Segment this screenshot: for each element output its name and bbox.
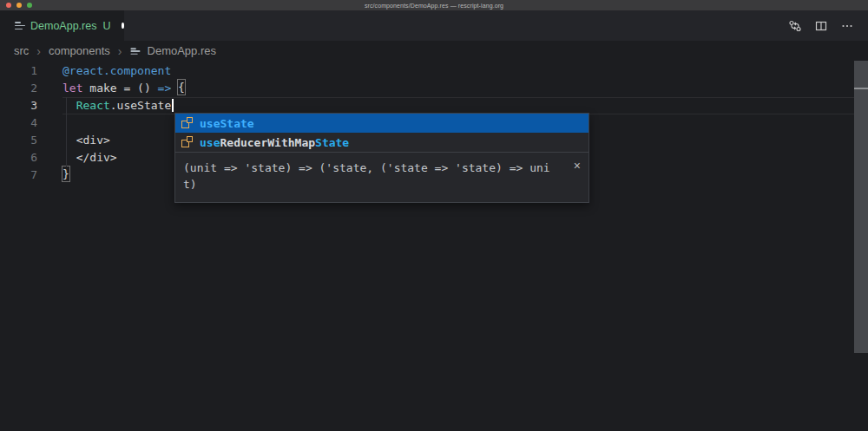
- more-actions-button[interactable]: [840, 19, 854, 33]
- code-token: let: [62, 82, 82, 95]
- breadcrumb: src › components › DemoApp.res: [0, 41, 868, 61]
- code-token: }: [62, 167, 69, 181]
- suggestion-item[interactable]: useReducerWithMapState: [175, 133, 589, 152]
- editor-scrollbar[interactable]: [854, 61, 868, 353]
- close-doc-button[interactable]: ×: [574, 158, 581, 174]
- split-editor-icon: [814, 19, 828, 33]
- tab-demoapp[interactable]: DemoApp.res U: [0, 10, 124, 41]
- suggestion-list[interactable]: useStateuseReducerWithMapState: [175, 114, 589, 152]
- code-token: </div>: [62, 151, 117, 164]
- editor-actions: [788, 10, 868, 41]
- code-line[interactable]: let make = () => {: [62, 80, 868, 97]
- git-status-badge: U: [102, 20, 110, 32]
- line-number: 5: [0, 132, 38, 149]
- struct-icon: [181, 136, 194, 148]
- breadcrumb-components[interactable]: components: [49, 44, 110, 57]
- code-line[interactable]: React.useState: [62, 97, 868, 114]
- close-window-button[interactable]: [6, 3, 11, 8]
- code-token: @react.component: [62, 64, 171, 77]
- line-number: 4: [0, 114, 38, 132]
- breadcrumb-file[interactable]: DemoApp.res: [148, 44, 216, 57]
- line-number: 3: [0, 97, 38, 114]
- tab-bar: DemoApp.res U: [0, 10, 868, 41]
- code-token: =>: [158, 82, 172, 95]
- open-changes-button[interactable]: [788, 19, 802, 33]
- chevron-right-icon: ›: [36, 45, 41, 57]
- tab-label: DemoApp.res: [30, 20, 96, 32]
- struct-icon: [181, 117, 194, 129]
- line-number: 6: [0, 149, 38, 167]
- suggestion-label: useReducerWithMapState: [200, 136, 349, 149]
- code-token: <div>: [62, 134, 110, 147]
- code-token: make = (): [82, 82, 157, 95]
- code-token: [171, 82, 178, 95]
- code-token: .useState: [110, 99, 171, 112]
- doc-line: (unit => 'state) => ('state, ('state => …: [183, 160, 562, 176]
- code-line[interactable]: @react.component: [62, 62, 868, 80]
- compare-changes-icon: [788, 19, 802, 33]
- chevron-right-icon: ›: [118, 45, 122, 57]
- minimize-window-button[interactable]: [16, 3, 22, 8]
- line-number: 2: [0, 80, 38, 97]
- code-token: [62, 99, 76, 112]
- suggestion-doc-panel: (unit => 'state) => ('state, ('state => …: [175, 152, 589, 202]
- code-token: React: [76, 99, 110, 112]
- res-file-icon: [15, 22, 25, 29]
- cursor-position-marker: [854, 88, 868, 89]
- res-file-icon: [130, 48, 139, 54]
- unsaved-changes-dot-icon[interactable]: [122, 23, 124, 29]
- gutter: 1234567: [0, 62, 38, 184]
- code-token: {: [178, 80, 185, 95]
- indent-guide: [66, 97, 67, 167]
- window-titlebar: src/components/DemoApp.res — rescript-la…: [0, 0, 868, 10]
- suggestion-item[interactable]: useState: [175, 114, 589, 133]
- zoom-window-button[interactable]: [27, 3, 32, 8]
- suggestion-label: useState: [200, 117, 254, 130]
- window-title: src/components/DemoApp.res — rescript-la…: [365, 3, 503, 9]
- doc-line: t): [183, 176, 562, 193]
- line-number: 7: [0, 167, 38, 184]
- split-editor-button[interactable]: [814, 19, 828, 33]
- breadcrumb-src[interactable]: src: [14, 44, 29, 57]
- vscode-window: src/components/DemoApp.res — rescript-la…: [0, 0, 868, 431]
- ellipsis-icon: [840, 19, 854, 33]
- autocomplete-popup: useStateuseReducerWithMapState (unit => …: [174, 113, 589, 203]
- traffic-lights: [6, 3, 32, 8]
- line-number: 1: [0, 62, 38, 80]
- text-cursor: [172, 99, 174, 112]
